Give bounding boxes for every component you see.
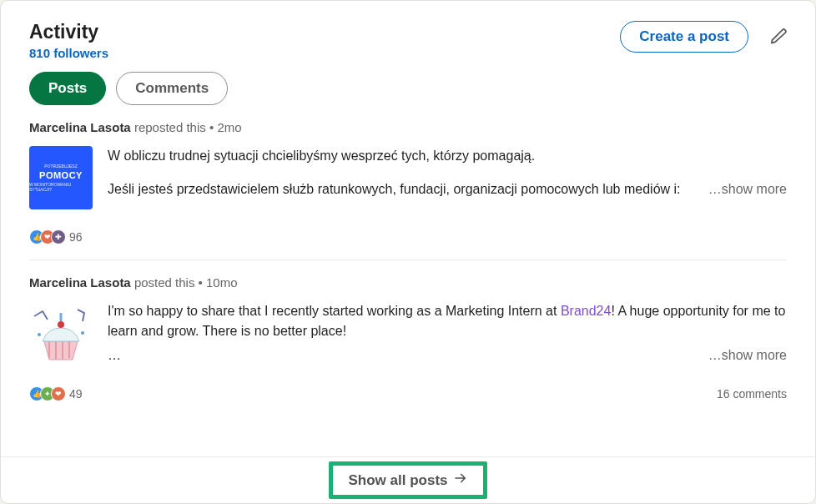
create-post-button[interactable]: Create a post xyxy=(620,21,748,53)
support-icon: ✚ xyxy=(51,229,66,244)
reaction-count: 49 xyxy=(69,387,83,401)
activity-tabs: Posts Comments xyxy=(1,60,815,120)
svg-rect-2 xyxy=(60,313,63,321)
svg-point-4 xyxy=(81,331,84,335)
section-title: Activity xyxy=(29,21,108,44)
post-thumbnail xyxy=(29,301,93,365)
highlight-box: Show all posts xyxy=(329,461,486,499)
svg-point-1 xyxy=(58,321,64,328)
activity-card: Activity 810 followers Create a post Pos… xyxy=(0,0,816,504)
post-text: I'm so happy to share that I recently st… xyxy=(108,301,787,366)
activity-header: Activity 810 followers Create a post xyxy=(1,1,815,60)
arrow-right-icon xyxy=(453,471,468,490)
feed-item: Marcelina Lasota posted this • 10mo xyxy=(29,275,787,416)
post-body[interactable]: POTRZEBUJESZ POMOCY W MONITOROWANIU SYTU… xyxy=(29,146,787,209)
pencil-icon xyxy=(770,35,788,48)
show-more-button[interactable]: …show more xyxy=(708,179,787,200)
title-block: Activity 810 followers xyxy=(29,21,108,60)
post-meta: Marcelina Lasota posted this • 10mo xyxy=(29,275,787,290)
brand-link[interactable]: Brand24 xyxy=(561,304,612,318)
reactions[interactable]: 👍 ✦ ❤ 49 xyxy=(29,386,83,401)
post-author[interactable]: Marcelina Lasota xyxy=(29,275,131,290)
svg-point-3 xyxy=(38,333,41,336)
post-author[interactable]: Marcelina Lasota xyxy=(29,120,131,134)
post-thumbnail: POTRZEBUJESZ POMOCY W MONITOROWANIU SYTU… xyxy=(29,146,93,209)
tab-comments[interactable]: Comments xyxy=(116,72,228,105)
header-actions: Create a post xyxy=(620,21,792,53)
post-time: 2mo xyxy=(217,120,241,134)
post-time: 10mo xyxy=(206,275,238,290)
post-meta: Marcelina Lasota reposted this • 2mo xyxy=(29,120,787,134)
post-text: W obliczu trudnej sytuacji chcielibyśmy … xyxy=(108,146,787,209)
post-social: 👍 ✦ ❤ 49 16 comments xyxy=(29,366,787,416)
feed-item: Marcelina Lasota reposted this • 2mo POT… xyxy=(29,120,787,260)
reactions[interactable]: 👍 ❤ ✚ 96 xyxy=(29,229,83,244)
comments-count-link[interactable]: 16 comments xyxy=(717,387,787,401)
post-body[interactable]: I'm so happy to share that I recently st… xyxy=(29,301,787,366)
followers-link[interactable]: 810 followers xyxy=(29,46,108,60)
card-footer: Show all posts xyxy=(1,456,815,503)
love-icon: ❤ xyxy=(51,386,66,401)
post-social: 👍 ❤ ✚ 96 xyxy=(29,209,787,260)
tab-posts[interactable]: Posts xyxy=(29,72,106,105)
edit-button[interactable] xyxy=(767,23,792,51)
show-all-posts-button[interactable]: Show all posts xyxy=(348,471,467,490)
activity-feed: Marcelina Lasota reposted this • 2mo POT… xyxy=(1,120,815,416)
reaction-count: 96 xyxy=(69,230,83,244)
divider xyxy=(29,260,787,260)
show-more-button[interactable]: …show more xyxy=(708,345,787,366)
